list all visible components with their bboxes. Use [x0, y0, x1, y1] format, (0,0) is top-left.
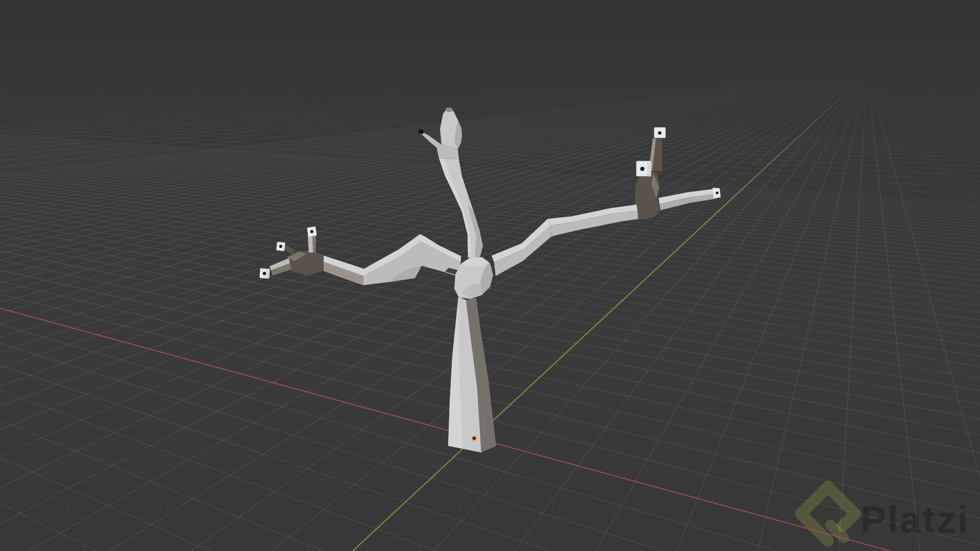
- left-twig1-dark-side: [312, 235, 316, 253]
- object-origin-point[interactable]: [472, 436, 477, 441]
- branch-tip-cube-a: [654, 128, 666, 138]
- horizon-fade: [0, 0, 980, 156]
- branch-tip-cube-e: [259, 268, 270, 279]
- branch-tip-cube-d: [276, 242, 285, 252]
- tip-cube-hole: [658, 131, 662, 135]
- tip-cube-hole: [641, 167, 645, 171]
- blender-3d-viewport[interactable]: Platzi: [0, 0, 980, 551]
- viewport-canvas[interactable]: Platzi: [0, 0, 980, 551]
- branch-tip-cube-b: [636, 161, 651, 177]
- branch-tip-cube-c: [307, 227, 316, 237]
- platzi-watermark-text: Platzi: [861, 498, 970, 541]
- right-far-tip-hole: [716, 191, 718, 194]
